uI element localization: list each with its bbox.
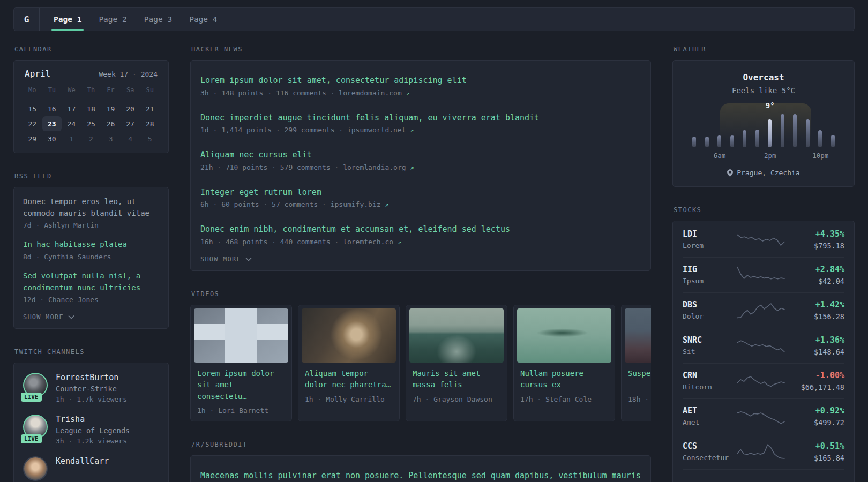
separator-dot: · — [35, 253, 40, 261]
video-card[interactable]: Lorem ipsum dolor sit amet consectetu…1h… — [190, 305, 292, 421]
separator-dot: · — [334, 163, 339, 171]
chevron-down-icon — [245, 257, 252, 261]
stock-name: Sit — [683, 348, 736, 356]
tab-page-2[interactable]: Page 2 — [96, 8, 129, 31]
stock-ticker: AET — [683, 406, 736, 416]
stock-row-ldi[interactable]: LDILorem+4.35%$795.18 — [683, 222, 844, 257]
weather-bar-slot — [755, 113, 759, 147]
stock-sparkline — [736, 441, 785, 462]
stock-sparkline — [736, 370, 785, 391]
twitch-channel-row[interactable]: KendallCarr — [23, 456, 159, 481]
video-title[interactable]: Mauris sit amet massa felis — [413, 368, 500, 391]
hacker-news-item-meta: 21h · 710 points · 579 comments · loreml… — [200, 163, 641, 171]
rss-item: Donec tempor eros leo, ut commodo mauris… — [23, 196, 159, 229]
calendar-day: 3 — [101, 131, 121, 146]
stocks-card: LDILorem+4.35%$795.18IIGIpsum+2.84%$42.0… — [672, 221, 855, 482]
tab-page-4[interactable]: Page 4 — [187, 8, 219, 31]
tab-page-3[interactable]: Page 3 — [142, 8, 174, 31]
stock-row-crn[interactable]: CRNBitcorn-1.00%$66,171.48 — [683, 363, 844, 398]
weather-bar — [806, 119, 810, 147]
video-title[interactable]: Nullam posuere cursus ex — [520, 368, 608, 391]
weather-bar — [743, 130, 746, 147]
separator-dot: · — [645, 395, 649, 403]
video-title[interactable]: Lorem ipsum dolor sit amet consectetu… — [197, 368, 285, 403]
calendar-weekday: Fr — [101, 84, 121, 96]
twitch-avatar-wrap: LIVE — [23, 373, 48, 397]
hacker-news-item-title[interactable]: Donec imperdiet augue tincidunt felis al… — [200, 112, 641, 124]
separator-dot: · — [213, 89, 217, 97]
weather-bar-slot: 6am — [717, 113, 721, 147]
stock-row-dbs[interactable]: DBSDolor+1.42%$156.28 — [683, 292, 844, 328]
rss-widget-title: RSS FEED — [14, 172, 169, 180]
hacker-news-show-more-label: SHOW MORE — [200, 255, 241, 263]
stock-values: +0.92%$499.72 — [785, 406, 844, 427]
rss-item-title[interactable]: Donec tempor eros leo, ut commodo mauris… — [23, 196, 159, 219]
stock-change: -1.00% — [785, 371, 844, 380]
stock-sparkline — [736, 476, 785, 482]
weather-bar — [781, 114, 784, 147]
video-card[interactable]: Suspendisse diam18h · Tara — [621, 305, 651, 421]
hacker-news-item-title[interactable]: Aliquam nec cursus elit — [200, 149, 641, 161]
weather-widget-title: WEATHER — [674, 46, 855, 53]
stock-row-aet[interactable]: AETAmet+0.92%$499.72 — [683, 398, 844, 434]
rss-item-title[interactable]: Sed volutpat nulla nisl, a condimentum n… — [23, 270, 159, 293]
calendar-widget-title: CALENDAR — [14, 46, 169, 53]
video-card[interactable]: Mauris sit amet massa felis7h · Grayson … — [406, 305, 507, 421]
stock-row-snrc[interactable]: SNRCSit+1.36%$148.64 — [683, 328, 844, 363]
rss-show-more-button[interactable]: SHOW MORE — [23, 313, 74, 321]
chevron-down-icon — [68, 315, 74, 319]
weather-bar — [818, 130, 822, 147]
stock-name: Lorem — [683, 242, 736, 250]
rss-card: Donec tempor eros leo, ut commodo mauris… — [13, 187, 169, 329]
video-card[interactable]: Aliquam tempor dolor nec pharetra…1h · M… — [298, 305, 400, 421]
calendar-header: April Week 17 · 2024 — [23, 69, 160, 79]
calendar-day: 30 — [42, 131, 62, 146]
rss-item-title[interactable]: In hac habitasse platea — [23, 239, 159, 251]
separator-dot: · — [272, 238, 276, 246]
twitch-avatar-wrap: LIVE — [23, 415, 48, 439]
calendar-day: 26 — [101, 116, 121, 131]
calendar-week-year: Week 17 · 2024 — [99, 70, 158, 78]
calendar-day: 18 — [81, 101, 101, 116]
hacker-news-item: Donec imperdiet augue tincidunt felis al… — [200, 104, 641, 142]
rss-item-meta: 7d · Ashlyn Martin — [23, 221, 159, 229]
subreddit-post-title[interactable]: Maecenas mollis pulvinar erat non posuer… — [200, 470, 641, 482]
hacker-news-item-title[interactable]: Integer eget rutrum lorem — [200, 186, 641, 199]
separator-dot: · — [537, 395, 541, 403]
separator-dot: · — [132, 70, 137, 78]
video-title[interactable]: Suspendisse diam — [628, 368, 651, 391]
stock-row-ahs[interactable]: AHS+0.46% — [683, 469, 844, 482]
stock-change: +1.36% — [785, 335, 844, 345]
hacker-news-item-title[interactable]: Lorem ipsum dolor sit amet, consectetur … — [200, 74, 641, 87]
weather-bar — [793, 114, 797, 147]
twitch-channel-name[interactable]: Trisha — [56, 415, 130, 424]
hacker-news-show-more-button[interactable]: SHOW MORE — [200, 255, 252, 263]
stock-row-ccs[interactable]: CCSConsectetur+0.51%$165.84 — [683, 434, 844, 469]
calendar-day: 24 — [62, 116, 81, 131]
twitch-channel-name[interactable]: ForrestBurton — [56, 373, 127, 382]
tab-page-1[interactable]: Page 1 — [51, 8, 84, 31]
weather-bars: 6am9°2pm10pm — [692, 113, 835, 147]
twitch-channel-name[interactable]: KendallCarr — [56, 456, 109, 466]
hacker-news-card: Lorem ipsum dolor sit amet, consectetur … — [190, 60, 651, 271]
stock-price: $499.72 — [785, 418, 844, 427]
rss-item: In hac habitasse platea8d · Cynthia Saun… — [23, 239, 159, 261]
calendar-weekday: Th — [81, 84, 101, 96]
stock-id: DBSDolor — [683, 300, 736, 320]
external-link-icon: ↗ — [385, 201, 388, 208]
top-nav: G Page 1Page 2Page 3Page 4 — [13, 7, 855, 31]
stock-row-iig[interactable]: IIGIpsum+2.84%$42.04 — [683, 257, 844, 292]
stock-name: Bitcorn — [683, 383, 736, 391]
logo[interactable]: G — [14, 8, 40, 31]
stock-id: SNRCSit — [683, 335, 736, 356]
separator-dot: · — [68, 437, 72, 445]
video-title[interactable]: Aliquam tempor dolor nec pharetra… — [305, 368, 393, 391]
calendar-day-selected: 23 — [42, 116, 62, 131]
video-card[interactable]: Nullam posuere cursus ex17h · Stefan Col… — [513, 305, 615, 421]
stock-price: $165.84 — [785, 454, 844, 462]
twitch-channel-row[interactable]: LIVETrishaLeague of Legends3h · 1.2k vie… — [23, 415, 159, 445]
twitch-channel-row[interactable]: LIVEForrestBurtonCounter-Strike1h · 1.7k… — [23, 373, 159, 403]
hacker-news-item-title[interactable]: Donec enim nibh, condimentum et accumsan… — [200, 223, 641, 236]
hacker-news-list: Lorem ipsum dolor sit amet, consectetur … — [200, 67, 641, 253]
videos-row: Lorem ipsum dolor sit amet consectetu…1h… — [190, 305, 651, 421]
